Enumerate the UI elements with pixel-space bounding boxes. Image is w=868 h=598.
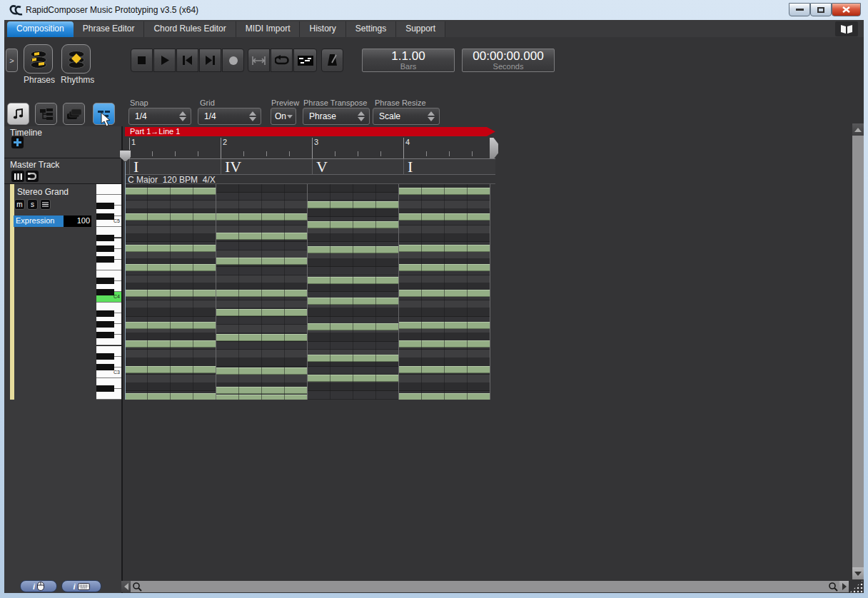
piano-key-black[interactable]	[96, 310, 114, 317]
note-bar[interactable]	[216, 368, 308, 375]
piano-roll-grid[interactable]	[125, 184, 490, 400]
grid-spinner-icon[interactable]	[249, 111, 256, 121]
tab-history[interactable]: History	[300, 21, 345, 37]
preview-caret-icon[interactable]	[287, 115, 293, 118]
play-range-button[interactable]	[248, 49, 270, 72]
master-magnet-button[interactable]	[26, 171, 39, 182]
seconds-display[interactable]: 00:00:00.000 Seconds	[462, 49, 555, 72]
bars-display[interactable]: 1.1.00 Bars	[362, 49, 455, 72]
note-bar[interactable]	[399, 366, 490, 373]
note-edit-tool-button[interactable]	[7, 103, 29, 125]
snap-spinner-icon[interactable]	[179, 111, 186, 121]
rhythms-button[interactable]	[61, 44, 91, 74]
phrase-transpose-spinner-icon[interactable]	[358, 111, 365, 121]
track-param-row[interactable]: Expression 100	[14, 216, 91, 227]
add-timeline-button[interactable]	[11, 136, 24, 148]
note-bar[interactable]	[399, 245, 490, 252]
snap-dropdown[interactable]: 1/4	[128, 108, 191, 125]
note-bar[interactable]	[308, 298, 399, 305]
pattern-view-button[interactable]	[293, 49, 317, 72]
chord-symbol[interactable]: IV	[225, 158, 241, 176]
phrase-resize-spinner-icon[interactable]	[428, 111, 435, 121]
piano-key-f5[interactable]	[96, 184, 121, 195]
chord-symbol[interactable]: I	[133, 158, 138, 176]
piano-key-black[interactable]	[96, 321, 114, 328]
minimize-button[interactable]	[789, 3, 810, 16]
piano-key-black[interactable]	[96, 364, 114, 370]
record-button[interactable]	[222, 49, 244, 72]
piano-key-black[interactable]	[96, 278, 114, 284]
grid-dropdown[interactable]: 1/4	[198, 108, 261, 125]
tab-midi-import[interactable]: MIDI Import	[236, 21, 301, 37]
note-bar[interactable]	[216, 334, 308, 341]
note-bar[interactable]	[125, 393, 216, 400]
chord-symbol[interactable]: I	[408, 158, 413, 176]
help-manual-button[interactable]	[835, 21, 858, 36]
note-bar[interactable]	[308, 323, 399, 330]
note-bar[interactable]	[399, 213, 490, 221]
track-mute-button[interactable]: m	[14, 199, 25, 210]
note-bar[interactable]	[125, 290, 216, 297]
piano-key-black[interactable]	[96, 385, 114, 392]
phrase-resize-dropdown[interactable]: Scale	[373, 108, 440, 125]
note-bar[interactable]	[399, 340, 490, 348]
note-bar[interactable]	[125, 340, 216, 348]
tab-chord-rules-editor[interactable]: Chord Rules Editor	[144, 21, 236, 37]
note-bar[interactable]	[308, 355, 399, 362]
play-button[interactable]	[153, 49, 176, 72]
chord-track[interactable]: IIVVI	[125, 158, 495, 175]
vscroll-down-button[interactable]	[852, 567, 864, 579]
tab-composition[interactable]: Composition	[7, 21, 74, 37]
keyboard-info-button[interactable]: i	[61, 580, 101, 592]
skip-to-end-button[interactable]	[199, 49, 221, 72]
note-bar[interactable]	[216, 387, 308, 394]
piano-key-black[interactable]	[96, 203, 114, 209]
piano-key-black[interactable]	[96, 213, 114, 220]
note-bar[interactable]	[216, 233, 308, 240]
note-bar[interactable]	[125, 322, 216, 329]
note-bar[interactable]	[216, 213, 308, 221]
resize-grip[interactable]	[849, 579, 864, 593]
note-bar[interactable]	[399, 290, 490, 297]
piano-key-black[interactable]	[96, 289, 114, 295]
note-bar[interactable]	[399, 188, 490, 195]
zoom-in-magnifier-icon[interactable]	[829, 582, 838, 592]
note-bar[interactable]	[125, 264, 216, 271]
note-bar[interactable]	[216, 258, 308, 265]
note-bar[interactable]	[308, 201, 399, 208]
part-banner[interactable]: Part 1→Line 1	[125, 127, 495, 136]
zoom-out-magnifier-icon[interactable]	[133, 582, 142, 592]
hscroll-track[interactable]	[131, 581, 848, 592]
stop-button[interactable]	[131, 49, 153, 72]
phrases-button[interactable]	[24, 44, 53, 74]
track-solo-button[interactable]: s	[27, 199, 38, 210]
piano-key-black[interactable]	[96, 353, 114, 360]
note-bar[interactable]	[399, 393, 490, 400]
master-keyboard-button[interactable]	[11, 171, 24, 182]
note-bar[interactable]	[399, 264, 490, 271]
expand-panel-button[interactable]: >	[6, 49, 18, 72]
hscroll-left-button[interactable]	[121, 581, 131, 592]
piano-key-black[interactable]	[96, 332, 114, 338]
metronome-button[interactable]	[321, 49, 343, 72]
note-bar[interactable]	[125, 213, 216, 221]
note-bar[interactable]	[125, 245, 216, 252]
note-bar[interactable]	[125, 366, 216, 373]
phrase-transpose-dropdown[interactable]: Phrase	[303, 108, 370, 125]
track-tree-tool-button[interactable]	[35, 103, 57, 125]
close-button[interactable]	[832, 3, 861, 16]
note-bar[interactable]	[125, 188, 216, 195]
loop-button[interactable]	[271, 49, 293, 72]
tab-phrase-editor[interactable]: Phrase Editor	[74, 21, 145, 37]
piano-key-black[interactable]	[96, 256, 114, 263]
note-bar[interactable]	[308, 246, 399, 253]
hscroll-right-button[interactable]	[839, 581, 849, 592]
timeline-ruler[interactable]: 1234	[125, 136, 500, 158]
tab-settings[interactable]: Settings	[346, 21, 396, 37]
vscroll-track[interactable]	[852, 136, 864, 567]
vscroll-up-button[interactable]	[852, 123, 864, 136]
piano-key-black[interactable]	[96, 235, 114, 241]
layers-tool-button[interactable]	[63, 103, 85, 125]
maximize-button[interactable]	[810, 3, 832, 16]
note-bar[interactable]	[308, 375, 399, 382]
